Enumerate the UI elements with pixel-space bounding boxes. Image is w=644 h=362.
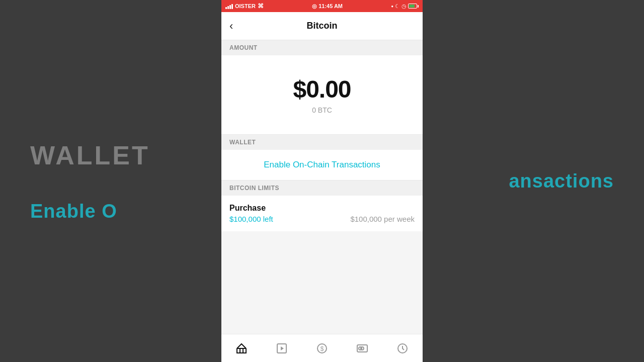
activity-icon bbox=[276, 342, 288, 354]
tab-money[interactable]: $ bbox=[312, 340, 332, 356]
limits-section: Purchase $100,000 left $100,000 per week bbox=[221, 196, 423, 231]
purchase-right-amount: $100,000 per week bbox=[350, 215, 415, 223]
tab-card[interactable] bbox=[352, 340, 372, 356]
purchase-label: Purchase bbox=[229, 204, 415, 213]
status-left: OISTER ⌘ bbox=[225, 3, 264, 10]
bg-wallet-text: WALLET bbox=[30, 140, 150, 170]
svg-text:$: $ bbox=[320, 345, 324, 352]
purchase-limit-item: Purchase $100,000 left $100,000 per week bbox=[229, 204, 415, 223]
purchase-limit-row: $100,000 left $100,000 per week bbox=[229, 215, 415, 223]
wallet-section-header: WALLET bbox=[221, 135, 423, 150]
status-bar: OISTER ⌘ ◎ 11:45 AM ● ☾ ◷ bbox=[221, 0, 423, 12]
dot-indicator: ● bbox=[391, 4, 393, 9]
amount-section-header: AMOUNT bbox=[221, 40, 423, 55]
moon-icon: ☾ bbox=[395, 3, 400, 10]
nav-header: ‹ Bitcoin bbox=[221, 12, 423, 40]
alarm-icon: ◷ bbox=[401, 3, 407, 10]
phone-container: OISTER ⌘ ◎ 11:45 AM ● ☾ ◷ ‹ Bitcoin AMOU… bbox=[221, 0, 423, 362]
signal-bar-1 bbox=[225, 7, 227, 9]
tab-activity[interactable] bbox=[272, 340, 292, 356]
amount-btc: 0 BTC bbox=[312, 106, 332, 114]
bg-enable-text: Enable O bbox=[30, 201, 117, 222]
bg-left-panel: WALLET Enable O bbox=[0, 0, 221, 362]
card-icon bbox=[356, 342, 368, 354]
purchase-left-amount: $100,000 left bbox=[229, 215, 273, 223]
amount-usd: $0.00 bbox=[293, 75, 351, 103]
battery-tip bbox=[418, 5, 419, 8]
bg-right-panel: ansactions bbox=[423, 0, 644, 362]
enable-onchain-link[interactable]: Enable On-Chain Transactions bbox=[264, 160, 380, 170]
tab-clock[interactable] bbox=[392, 340, 413, 356]
tab-bar: $ bbox=[221, 334, 423, 362]
signal-bar-2 bbox=[227, 6, 229, 9]
main-content: AMOUNT $0.00 0 BTC WALLET Enable On-Chai… bbox=[221, 40, 423, 334]
signal-icon bbox=[225, 3, 233, 9]
battery-body bbox=[408, 4, 417, 9]
battery-icon bbox=[408, 4, 419, 9]
signal-bar-4 bbox=[231, 4, 233, 9]
status-time: ◎ 11:45 AM bbox=[312, 3, 343, 10]
signal-bar-3 bbox=[229, 5, 231, 9]
dollar-icon: $ bbox=[316, 342, 328, 354]
carrier-name: OISTER bbox=[235, 3, 256, 9]
battery-fill bbox=[409, 5, 415, 8]
wallet-section: Enable On-Chain Transactions bbox=[221, 150, 423, 180]
back-button[interactable]: ‹ bbox=[229, 20, 233, 33]
limits-section-header: BITCOIN LIMITS bbox=[221, 180, 423, 196]
clock-icon bbox=[396, 342, 409, 354]
svg-marker-2 bbox=[281, 346, 284, 350]
home-icon bbox=[235, 342, 248, 354]
wifi-icon: ⌘ bbox=[258, 3, 264, 10]
bg-right-text: ansactions bbox=[509, 170, 614, 192]
status-right: ● ☾ ◷ bbox=[391, 3, 419, 10]
svg-rect-0 bbox=[237, 348, 246, 353]
page-title: Bitcoin bbox=[307, 21, 338, 31]
amount-section: $0.00 0 BTC bbox=[221, 55, 423, 135]
tab-home[interactable] bbox=[231, 340, 252, 356]
